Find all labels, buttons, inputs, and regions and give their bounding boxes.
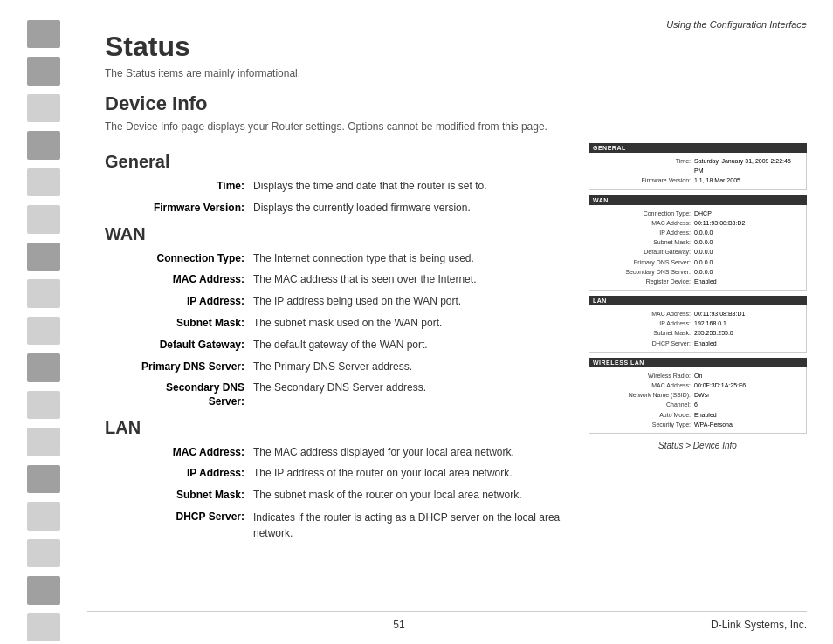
- sidebar-square: [27, 168, 60, 196]
- mini-value-wan-ip: 0.0.0.0: [691, 228, 801, 237]
- sidebar-square: [27, 391, 60, 419]
- field-row-dhcp: DHCP Server: Indicates if the router is …: [105, 510, 571, 541]
- mini-row-wl-radio: Wireless Radio: On: [595, 371, 801, 380]
- mini-row-wan-ip: IP Address: 0.0.0.0: [595, 228, 801, 237]
- mini-label-fw: Firmware Version:: [595, 175, 691, 185]
- field-row-primary-dns: Primary DNS Server: The Primary DNS Serv…: [105, 360, 571, 374]
- sidebar-square: [27, 502, 60, 530]
- field-label-dhcp: DHCP Server:: [105, 510, 253, 523]
- right-column: GENERAL Time: Saturday, January 31, 2009…: [589, 143, 807, 548]
- field-desc-lan-mac: The MAC address displayed for your local…: [253, 445, 571, 460]
- left-column: General Time: Displays the time and date…: [105, 143, 571, 548]
- general-heading: General: [105, 152, 571, 172]
- field-row-wan-gateway: Default Gateway: The default gateway of …: [105, 338, 571, 353]
- mini-label-wl-mac: MAC Address:: [595, 380, 691, 390]
- field-row-lan-subnet: Subnet Mask: The subnet mask of the rout…: [105, 488, 571, 503]
- field-row-secondary-dns: Secondary DNSServer: The Secondary DNS S…: [105, 380, 571, 408]
- field-label-time: Time:: [105, 179, 253, 192]
- mini-value-fw: 1.1, 18 Mar 2005: [691, 175, 801, 185]
- sidebar-square: [27, 465, 60, 493]
- mini-label-wan-mac: MAC Address:: [595, 218, 691, 228]
- field-desc-wan-ip: The IP address being used on the WAN por…: [253, 294, 571, 309]
- mini-panel: GENERAL Time: Saturday, January 31, 2009…: [589, 143, 807, 450]
- mini-value-lan-dhcp: Enabled: [691, 339, 801, 348]
- mini-label-lan-dhcp: DHCP Server:: [595, 339, 691, 348]
- mini-row-wl-mac: MAC Address: 00:0F:3D:1A:25:F6: [595, 380, 801, 390]
- mini-row-wan-pdns: Primary DNS Server: 0.0.0.0: [595, 257, 801, 267]
- mini-value-wan-sdns: 0.0.0.0: [691, 267, 801, 277]
- page-title: Status: [105, 31, 807, 63]
- mini-label-wl-auto: Auto Mode:: [595, 410, 691, 420]
- mini-row-wl-auto: Auto Mode: Enabled: [595, 410, 801, 420]
- content-wrapper: General Time: Displays the time and date…: [105, 143, 807, 548]
- mini-row-lan-dhcp: DHCP Server: Enabled: [595, 339, 801, 348]
- mini-value-wan-reg: Enabled: [691, 277, 801, 286]
- field-desc-dhcp: Indicates if the router is acting as a D…: [253, 510, 571, 541]
- field-row-wan-mac: MAC Address: The MAC address that is see…: [105, 272, 571, 287]
- field-label-lan-subnet: Subnet Mask:: [105, 488, 253, 501]
- sidebar-square: [27, 20, 60, 48]
- wan-heading: WAN: [105, 224, 571, 244]
- device-info-desc: The Device Info page displays your Route…: [105, 120, 807, 133]
- sidebar-square: [27, 57, 60, 85]
- field-row-lan-mac: MAC Address: The MAC address displayed f…: [105, 445, 571, 460]
- field-label-lan-mac: MAC Address:: [105, 445, 253, 458]
- mini-label-lan-mac: MAC Address:: [595, 309, 691, 319]
- field-row-time: Time: Displays the time and date that th…: [105, 179, 571, 194]
- mini-label-wl-channel: Channel:: [595, 400, 691, 409]
- mini-value-wan-conn: DHCP: [691, 209, 801, 218]
- mini-row-lan-subnet: Subnet Mask: 255.255.255.0: [595, 328, 801, 338]
- mini-lan-header: LAN: [589, 296, 807, 305]
- sidebar-square: [27, 353, 60, 381]
- mini-value-lan-ip: 192.168.0.1: [691, 319, 801, 328]
- sidebar-square: [27, 205, 60, 233]
- field-label-wan-subnet: Subnet Mask:: [105, 316, 253, 329]
- mini-label-wan-pdns: Primary DNS Server:: [595, 257, 691, 267]
- field-row-wan-ip: IP Address: The IP address being used on…: [105, 294, 571, 309]
- mini-value-wan-gw: 0.0.0.0: [691, 247, 801, 257]
- mini-value-wl-radio: On: [691, 371, 801, 380]
- mini-value-wl-channel: 6: [691, 400, 801, 409]
- field-label-firmware: Firmware Version:: [105, 201, 253, 214]
- mini-value-wl-auto: Enabled: [691, 410, 801, 420]
- field-label-secondary-dns: Secondary DNSServer:: [105, 380, 253, 408]
- field-row-wan-subnet: Subnet Mask: The subnet mask used on the…: [105, 316, 571, 331]
- mini-wireless-header: WIRELESS LAN: [589, 358, 807, 367]
- mini-value-lan-subnet: 255.255.255.0: [691, 328, 801, 338]
- mini-row-wan-mac: MAC Address: 00:11:93:08:B3:D2: [595, 218, 801, 228]
- field-desc-wan-mac: The MAC address that is seen over the In…: [253, 272, 571, 287]
- field-desc-firmware: Displays the currently loaded firmware v…: [253, 201, 571, 216]
- mini-label-time: Time:: [595, 156, 691, 175]
- field-desc-primary-dns: The Primary DNS Server address.: [253, 360, 571, 374]
- field-row-lan-ip: IP Address: The IP address of the router…: [105, 466, 571, 481]
- lan-heading: LAN: [105, 418, 571, 438]
- mini-caption: Status > Device Info: [589, 441, 807, 450]
- page-subtitle: The Status items are mainly informationa…: [105, 67, 807, 79]
- mini-row-time: Time: Saturday, January 31, 2009 2:22:45…: [595, 156, 801, 175]
- field-label-wan-gateway: Default Gateway:: [105, 338, 253, 351]
- mini-value-lan-mac: 00:11:93:08:B3:D1: [691, 309, 801, 319]
- mini-general-body: Time: Saturday, January 31, 2009 2:22:45…: [589, 153, 807, 190]
- footer-page-number: 51: [87, 619, 711, 631]
- mini-label-wan-sdns: Secondary DNS Server:: [595, 267, 691, 277]
- sidebar-square: [27, 539, 60, 567]
- footer: 51 D-Link Systems, Inc.: [87, 611, 807, 631]
- main-content: Status The Status items are mainly infor…: [87, 0, 833, 644]
- mini-general-header: GENERAL: [589, 143, 807, 153]
- mini-value-wan-subnet: 0.0.0.0: [691, 237, 801, 247]
- mini-row-wl-security: Security Type: WPA-Personal: [595, 420, 801, 429]
- mini-label-wan-reg: Register Device:: [595, 277, 691, 286]
- mini-wan-body: Connection Type: DHCP MAC Address: 00:11…: [589, 205, 807, 291]
- footer-company: D-Link Systems, Inc.: [711, 619, 807, 631]
- sidebar-square: [27, 317, 60, 345]
- mini-lan-body: MAC Address: 00:11:93:08:B3:D1 IP Addres…: [589, 305, 807, 353]
- mini-label-lan-ip: IP Address:: [595, 319, 691, 328]
- sidebar-square: [27, 613, 60, 641]
- field-label-conn-type: Connection Type:: [105, 251, 253, 264]
- mini-row-wan-gw: Default Gateway: 0.0.0.0: [595, 247, 801, 257]
- mini-wan-header: WAN: [589, 195, 807, 205]
- mini-label-lan-subnet: Subnet Mask:: [595, 328, 691, 338]
- mini-value-wan-pdns: 0.0.0.0: [691, 257, 801, 267]
- sidebar-square: [27, 94, 60, 122]
- field-label-wan-mac: MAC Address:: [105, 272, 253, 285]
